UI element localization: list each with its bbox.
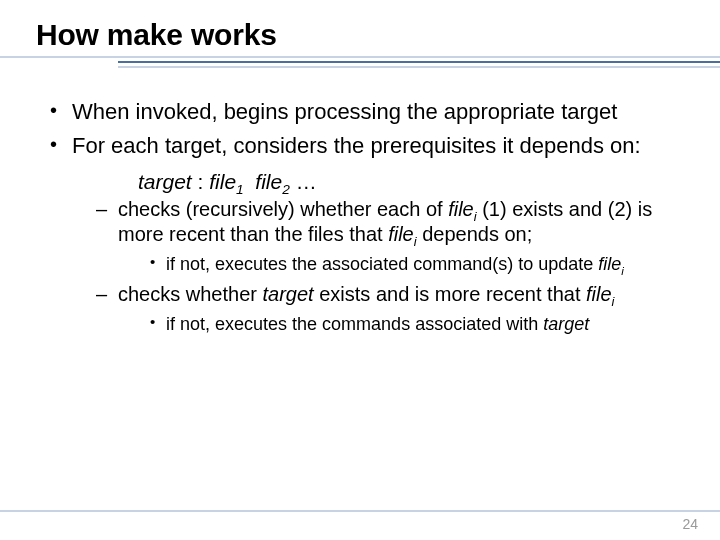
page-number: 24 — [682, 516, 698, 532]
sub-i: i — [621, 264, 624, 277]
syntax-sub2: 2 — [282, 182, 290, 197]
syntax-target: target — [138, 170, 192, 193]
syntax-file1: file — [209, 170, 236, 193]
bullet-text: For each target, considers the prerequis… — [72, 133, 641, 158]
title-underline — [0, 56, 720, 78]
subsub-list: if not, executes the associated command(… — [148, 253, 684, 276]
file-i: file — [586, 283, 612, 305]
syntax-ellipsis: … — [290, 170, 317, 193]
slide: How make works When invoked, begins proc… — [0, 0, 720, 540]
subsub-item: if not, executes the associated command(… — [148, 253, 684, 276]
sub-text: checks whether — [118, 283, 263, 305]
sub-list: checks (recursively) whether each of fil… — [96, 197, 684, 335]
target-word: target — [543, 314, 589, 334]
subsub-item: if not, executes the commands associated… — [148, 313, 684, 336]
syntax-sub1: 1 — [236, 182, 244, 197]
title-block: How make works — [36, 18, 684, 78]
target-word: target — [263, 283, 314, 305]
subsub-text: if not, executes the commands associated… — [166, 314, 543, 334]
sub-text: exists and is more recent that — [314, 283, 586, 305]
file-i: file — [388, 223, 414, 245]
sub-text: depends on; — [417, 223, 533, 245]
bullet-text: When invoked, begins processing the appr… — [72, 99, 617, 124]
bullet-item: For each target, considers the prerequis… — [44, 132, 684, 336]
subsub-text: if not, executes the associated command(… — [166, 254, 598, 274]
subsub-list: if not, executes the commands associated… — [148, 313, 684, 336]
sub-text: checks (recursively) whether each of — [118, 198, 448, 220]
syntax-line: target : file1 file2 … — [138, 169, 684, 195]
sub-i: i — [612, 294, 615, 309]
file-i: file — [448, 198, 474, 220]
content: When invoked, begins processing the appr… — [36, 84, 684, 335]
bullet-list: When invoked, begins processing the appr… — [44, 98, 684, 335]
sub-item: checks (recursively) whether each of fil… — [96, 197, 684, 276]
syntax-file2: file — [255, 170, 282, 193]
syntax-sep: : — [192, 170, 210, 193]
file-i: file — [598, 254, 621, 274]
footer-rule — [0, 510, 720, 512]
bullet-item: When invoked, begins processing the appr… — [44, 98, 684, 126]
slide-title: How make works — [36, 18, 684, 52]
sub-item: checks whether target exists and is more… — [96, 282, 684, 336]
